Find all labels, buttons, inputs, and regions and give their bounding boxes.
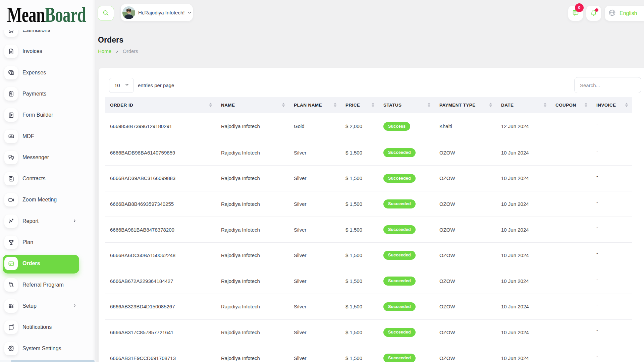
banknote-icon xyxy=(4,130,18,143)
sidebar-item-contracts[interactable]: Contracts xyxy=(0,168,96,189)
sidebar-item-label: MDF xyxy=(22,133,34,139)
search-button[interactable] xyxy=(98,6,114,21)
cell-price: $ 2,000 xyxy=(341,113,379,140)
sidebar-item-zoom-meeting[interactable]: Zoom Meeting xyxy=(0,189,96,210)
cell-invoice: - xyxy=(592,166,632,191)
column-header-date[interactable]: DATE xyxy=(496,97,551,113)
cell-name: Rajodiya Infotech xyxy=(216,345,289,362)
sidebar-item-label: Form Builder xyxy=(22,112,53,118)
notebook-icon xyxy=(4,108,18,122)
sort-icon[interactable] xyxy=(372,103,374,107)
table-row: 6669858B73996129180291Rajodiya InfotechG… xyxy=(105,113,632,140)
cell-price: $ 1,500 xyxy=(341,268,379,294)
cell-payment: OZOW xyxy=(435,166,496,191)
sort-icon[interactable] xyxy=(334,103,336,107)
table-row: 6666BA981BAB8478378200Rajodiya InfotechS… xyxy=(105,217,632,243)
cell-invoice: - xyxy=(592,191,632,217)
sort-icon[interactable] xyxy=(428,103,430,107)
sort-icon[interactable] xyxy=(544,103,546,107)
column-header-order-id[interactable]: ORDER ID xyxy=(105,97,216,113)
column-header-status[interactable]: STATUS xyxy=(379,97,435,113)
sort-icon[interactable] xyxy=(209,103,212,107)
sidebar-item-messenger[interactable]: Messenger xyxy=(0,147,96,168)
sidebar-item-referral-program[interactable]: Referral Program xyxy=(0,274,96,295)
cell-payment: OZOW xyxy=(435,294,496,320)
sort-icon[interactable] xyxy=(625,103,628,107)
cell-coupon xyxy=(551,191,592,217)
language-selector[interactable]: English xyxy=(605,6,644,21)
sidebar-item-report[interactable]: Report xyxy=(0,210,96,232)
cash-icon xyxy=(4,66,18,79)
cell-name: Rajodiya Infotech xyxy=(216,319,289,345)
breadcrumb-home-link[interactable]: Home xyxy=(98,48,111,54)
notifications-button[interactable] xyxy=(586,6,601,21)
sidebar-item-expenses[interactable]: Expenses xyxy=(0,62,96,83)
scrollbar-thumb[interactable] xyxy=(11,360,95,362)
status-badge: Succeeded xyxy=(383,277,416,286)
cell-coupon xyxy=(551,319,592,345)
sidebar-item-setup[interactable]: Setup xyxy=(0,295,96,316)
column-header-plan-name[interactable]: PLAN NAME xyxy=(289,97,341,113)
sidebar-item-label: Report xyxy=(22,218,39,224)
sidebar-item-label: Orders xyxy=(22,260,40,266)
column-header-price[interactable]: PRICE xyxy=(341,97,379,113)
cell-status: Succeeded xyxy=(379,242,435,268)
sidebar-item-plan[interactable]: Plan xyxy=(0,232,96,253)
cell-payment: OZOW xyxy=(435,242,496,268)
cell-date: 10 Jun 2024 xyxy=(496,268,551,294)
sidebar-item-system-settings[interactable]: System Settings xyxy=(0,338,96,359)
cell-status: Succeeded xyxy=(379,166,435,191)
table-search-input[interactable] xyxy=(574,77,641,93)
cell-name: Rajodiya Infotech xyxy=(216,294,289,320)
sort-icon[interactable] xyxy=(282,103,285,107)
sidebar-horizontal-scrollbar[interactable] xyxy=(0,360,96,362)
messages-icon xyxy=(4,151,18,164)
status-badge: Succeeded xyxy=(383,302,416,311)
table-row: 6666BAB8B4693597340255Rajodiya InfotechS… xyxy=(105,191,632,217)
chevron-right-icon xyxy=(115,49,119,53)
cell-invoice: - xyxy=(592,319,632,345)
cell-order-id: 6666AB317C857857721641 xyxy=(105,319,216,345)
chevron-right-icon xyxy=(72,303,77,309)
cell-invoice: - xyxy=(592,113,632,140)
column-header-payment-type[interactable]: PAYMENT TYPE xyxy=(435,97,496,113)
table-body: 6669858B73996129180291Rajodiya InfotechG… xyxy=(105,113,632,362)
sidebar-item-label: Expenses xyxy=(22,70,46,76)
sidebar-item-payments[interactable]: Payments xyxy=(0,83,96,104)
sort-icon[interactable] xyxy=(489,103,492,107)
user-menu[interactable]: Hi,Rajodiya Infotech! xyxy=(121,4,193,21)
cell-payment: OZOW xyxy=(435,319,496,345)
cell-date: 10 Jun 2024 xyxy=(496,345,551,362)
cell-name: Rajodiya Infotech xyxy=(216,166,289,191)
column-header-invoice[interactable]: INVOICE xyxy=(592,97,632,113)
sidebar-item-mdf[interactable]: MDF xyxy=(0,126,96,147)
page-title: Orders xyxy=(98,36,123,45)
cell-name: Rajodiya Infotech xyxy=(216,242,289,268)
cell-invoice: - xyxy=(592,242,632,268)
column-header-name[interactable]: NAME xyxy=(216,97,289,113)
status-badge: Succeeded xyxy=(383,328,416,337)
cell-coupon xyxy=(551,294,592,320)
brand-logo[interactable]: MeanBoard xyxy=(0,0,96,30)
cell-order-id: 6666BAD39ABC3166099883 xyxy=(105,166,216,191)
cell-plan: Silver xyxy=(289,294,341,320)
messages-button[interactable]: 0 xyxy=(568,6,583,21)
cell-coupon xyxy=(551,268,592,294)
cell-payment: OZOW xyxy=(435,217,496,243)
cell-price: $ 1,500 xyxy=(341,319,379,345)
column-header-coupon[interactable]: COUPON xyxy=(551,97,592,113)
sidebar-item-form-builder[interactable]: Form Builder xyxy=(0,105,96,126)
sidebar-item-orders[interactable]: Orders xyxy=(0,253,96,274)
cell-date: 10 Jun 2024 xyxy=(496,319,551,345)
column-header-label: NAME xyxy=(221,103,235,108)
entries-count-value: 10 xyxy=(114,82,124,88)
video-icon xyxy=(4,193,18,206)
entries-count-select[interactable]: 10 xyxy=(109,78,134,93)
sidebar-item-notifications[interactable]: Notifications xyxy=(0,317,96,338)
cell-plan: Silver xyxy=(289,166,341,191)
sidebar-item-invoices[interactable]: Invoices xyxy=(0,41,96,62)
cell-coupon xyxy=(551,345,592,362)
cell-name: Rajodiya Infotech xyxy=(216,217,289,243)
sort-icon[interactable] xyxy=(585,103,587,107)
chevron-right-icon xyxy=(72,218,77,224)
